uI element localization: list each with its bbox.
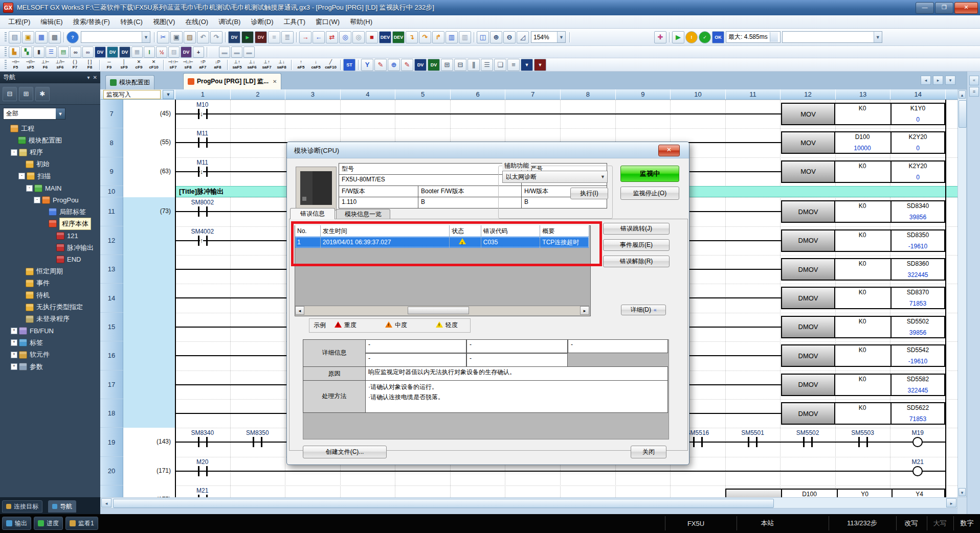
insert-column-icon[interactable]: ∥	[467, 59, 480, 71]
align-icon[interactable]: ☰	[481, 59, 493, 71]
comment-display-icon[interactable]: ❏	[494, 59, 506, 71]
close-branch-key[interactable]: ⊥/⊢sF6	[53, 58, 68, 72]
vertical-line-key[interactable]: │sF9	[117, 58, 131, 72]
chevron-down-icon[interactable]: ▼	[56, 108, 65, 119]
tree-item-ProgPou[interactable]: -ProgPou	[0, 194, 100, 206]
project-selector[interactable]: ▼	[81, 31, 150, 43]
instruction-box[interactable]: MOVD10010000K2Y200	[781, 131, 945, 154]
dock-collapse-icon[interactable]: «	[969, 76, 979, 85]
contact-bar[interactable]	[866, 437, 868, 447]
panel-tab-output[interactable]: 输出	[2, 517, 31, 530]
device-eye-icon[interactable]: DV	[181, 47, 192, 58]
menu-item-t[interactable]: 工具(T)	[278, 16, 310, 28]
chevron-down-icon[interactable]	[770, 32, 778, 42]
close-contact-key[interactable]: ⊣/⊢sF5	[23, 58, 38, 72]
row-number-18[interactable]: 18	[100, 399, 123, 428]
delete-vline-key[interactable]: ✕cF10	[146, 58, 161, 72]
instruction-box[interactable]: DMOVK0SD5582322445	[781, 374, 945, 396]
contact-bar[interactable]	[748, 437, 749, 447]
row-number-17[interactable]: 17	[100, 370, 123, 399]
tree-item-node[interactable]: 局部标签	[0, 206, 100, 218]
hscroll-thumb[interactable]	[113, 499, 774, 508]
find-circuit-icon[interactable]: ⊕	[388, 59, 400, 71]
instruction-box[interactable]: DMOVK0SD550239856	[781, 316, 945, 338]
monitor-mode-dropdown[interactable]: ▼	[163, 90, 174, 99]
falling-pulse-close-key[interactable]: ↓PaF8	[210, 58, 225, 72]
scroll-right-icon[interactable]: ▸	[580, 306, 589, 315]
contact-bar[interactable]	[198, 109, 199, 119]
undo-icon[interactable]: ↶	[197, 31, 209, 43]
tree-item-node[interactable]: 脉冲输出	[0, 242, 100, 253]
monitor-stop-button[interactable]: 监视停止(O)	[620, 187, 679, 200]
menu-item-c[interactable]: 转换(C)	[115, 16, 148, 28]
pen-edit-icon[interactable]: ✎	[374, 59, 387, 71]
paste-icon[interactable]: ▨	[184, 31, 196, 43]
tree-item-node[interactable]: 初始	[0, 158, 100, 170]
chevron-down-icon[interactable]: ▼	[874, 32, 882, 42]
scroll-left-icon[interactable]: ◂	[295, 306, 304, 315]
insert-row-icon[interactable]: ⊞	[441, 59, 453, 71]
delete-hline-key[interactable]: ✕cF9	[131, 58, 146, 72]
menu-item-d[interactable]: 诊断(D)	[246, 16, 278, 28]
dock-find-icon[interactable]: ▬	[243, 47, 255, 58]
new-project-icon[interactable]: ▤	[9, 31, 21, 43]
tab-list-icon[interactable]: ▾	[945, 76, 955, 85]
contact-bar[interactable]	[261, 437, 262, 447]
tab-error-info[interactable]: 错误信息	[290, 208, 335, 219]
simulation-start-icon[interactable]: ▶	[672, 31, 684, 43]
row-number-14[interactable]: 14	[100, 284, 123, 312]
panel-close-icon[interactable]: ✕	[93, 75, 97, 80]
menu-item-o[interactable]: 在线(O)	[180, 16, 213, 28]
open-branch-key[interactable]: ⊥⊢F6	[38, 58, 53, 72]
tree-collapse-icon[interactable]: ⊟	[3, 87, 17, 101]
rising-branch2-key[interactable]: ⊥↑saF7	[259, 58, 274, 72]
copy-icon[interactable]: ▣	[170, 31, 183, 43]
scroll-up-icon[interactable]: ▴	[959, 90, 966, 99]
tree-item-node[interactable]: 事件	[0, 277, 100, 289]
pin-icon[interactable]: ▾	[87, 75, 90, 80]
dev-replace-green-icon[interactable]: DV	[428, 59, 440, 71]
dev-find-blue-icon[interactable]: DV	[414, 59, 427, 71]
contact-bar[interactable]	[206, 109, 208, 119]
io-check-icon[interactable]: ½	[156, 47, 167, 58]
tree-expand-icon[interactable]: ⊞	[19, 87, 33, 101]
device-test-icon[interactable]: DV	[255, 31, 267, 43]
expand-icon[interactable]: +	[11, 328, 17, 334]
gray-block-icon[interactable]: ▨	[168, 47, 180, 58]
output-coil[interactable]	[912, 437, 923, 447]
nav-filter-combo[interactable]: 全部 ▼	[3, 108, 65, 120]
contact-bar[interactable]	[206, 466, 208, 476]
nav-settings-gear-icon[interactable]: ✱	[35, 87, 50, 101]
step-out-icon[interactable]: ↱	[432, 31, 444, 43]
find-replace-icon[interactable]: ∞	[82, 47, 94, 58]
invert-result-key[interactable]: ↑aF5	[294, 58, 308, 72]
collapse-icon[interactable]: -	[11, 149, 17, 156]
device-k-icon[interactable]: DV	[95, 47, 106, 58]
detail-toggle-button[interactable]: 详细(D) «	[621, 305, 666, 315]
menu-item-b[interactable]: 调试(B)	[213, 16, 246, 28]
delete-row-icon[interactable]: ⊟	[454, 59, 466, 71]
row-number-7[interactable]: 7	[100, 100, 123, 128]
label-list-icon[interactable]: ▤	[58, 47, 69, 58]
editor-vscrollbar[interactable]: ▴ ▾	[957, 89, 967, 497]
chevron-down-icon[interactable]: ▼	[142, 32, 150, 42]
monitoring-status-button[interactable]: 监视中	[620, 166, 679, 182]
vscroll-thumb[interactable]	[959, 100, 967, 128]
scroll-down-icon[interactable]: ▾	[959, 488, 966, 496]
pen-find-icon[interactable]: ✎	[401, 59, 413, 71]
contact-bar[interactable]	[206, 206, 208, 217]
expand-icon[interactable]: +	[11, 363, 17, 370]
ladder-block-gray-icon[interactable]: ▥	[459, 31, 471, 43]
tab-scroll-right-icon[interactable]: ▸	[933, 76, 943, 85]
device-batch-monitor-icon[interactable]: ◎	[339, 31, 351, 43]
monitor-mode-cell[interactable]: 监视写入	[103, 90, 161, 99]
row-number-8[interactable]: 8	[100, 128, 123, 157]
instruction-box[interactable]: MOVK0K2Y200	[781, 160, 945, 183]
instruction-box-plsv[interactable]: PLSVD100Y0Y4	[725, 489, 945, 497]
contact-bar[interactable]	[206, 236, 208, 246]
horizontal-line-key[interactable]: ─F9	[102, 58, 117, 72]
step-over-icon[interactable]: ↷	[419, 31, 431, 43]
module-tools-icon[interactable]: ✚	[654, 31, 666, 43]
tab-close-icon[interactable]: ✕	[273, 79, 277, 84]
zoom-in-icon[interactable]: ⊕	[490, 31, 502, 43]
